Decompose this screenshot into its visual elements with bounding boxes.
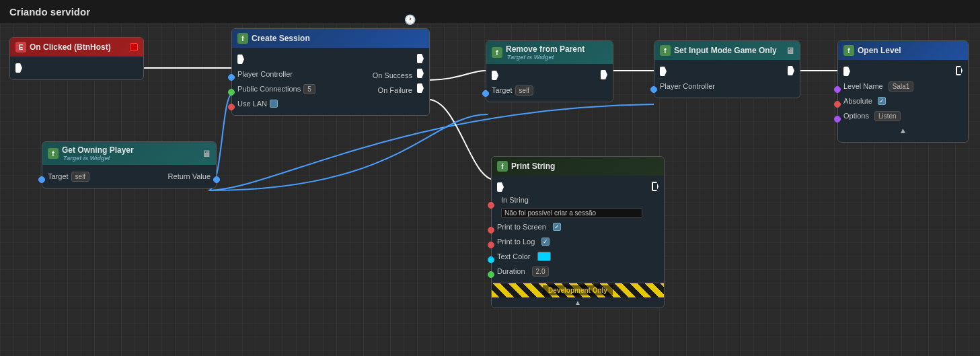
rfp-target-self-tag: self <box>515 85 534 96</box>
rfp-exec-row <box>486 68 613 83</box>
cs-public-connections-pin[interactable] <box>228 89 235 96</box>
ps-in-string-input[interactable]: Não foi possível criar a sessão <box>501 208 642 218</box>
ol-exec-out[interactable] <box>956 66 963 75</box>
cs-use-lan-row: Use LAN <box>232 96 429 111</box>
ps-print-log-row: Print to Log <box>492 234 664 249</box>
print-string-node: f Print String In String Não foi possíve… <box>491 156 665 308</box>
ol-absolute-label: Absolute <box>843 97 872 105</box>
cs-use-lan-checkbox[interactable] <box>270 100 278 108</box>
rfp-target-label: Target <box>492 86 513 94</box>
target-label: Target <box>48 172 69 180</box>
exec-out-pin[interactable] <box>15 63 22 73</box>
cs-on-failure-label: On Failure <box>378 86 412 94</box>
ol-level-name-pin[interactable] <box>834 86 841 93</box>
ol-exec-in[interactable] <box>843 67 850 76</box>
cs-use-lan-pin[interactable] <box>228 104 235 110</box>
on-clicked-body <box>10 57 143 79</box>
ps-header: f Print String <box>492 157 664 176</box>
get-owning-player-node: f Get Owning Player Target is Widget 🖥 T… <box>42 141 217 188</box>
get-owning-player-header: f Get Owning Player Target is Widget 🖥 <box>42 142 216 165</box>
ps-body: In String Não foi possível criar a sessã… <box>492 176 664 283</box>
event-icon: E <box>15 42 26 52</box>
ol-options-pin[interactable] <box>834 116 841 122</box>
ps-text-color-row: Text Color <box>492 249 664 264</box>
ps-text-color-pin[interactable] <box>488 256 494 263</box>
cs-on-failure-pin[interactable] <box>417 83 424 93</box>
ol-level-name-value: Sala1 <box>889 81 914 92</box>
rfp-exec-in[interactable] <box>492 71 498 80</box>
ol-expand-row: ▲ <box>838 123 968 138</box>
red-indicator <box>130 43 138 51</box>
rfp-title: Remove from Parent <box>506 44 585 54</box>
rfp-exec-out[interactable] <box>601 70 607 79</box>
ps-print-log-checkbox[interactable] <box>541 238 550 246</box>
ol-options-label: Options <box>843 112 869 120</box>
target-row: Target self Return Value <box>42 169 216 184</box>
rfp-header: f Remove from Parent Target is Widget <box>486 41 613 64</box>
monitor-icon: 🖥 <box>202 149 211 159</box>
open-level-node: f Open Level Level Name Sala1 Absolute O… <box>837 40 969 143</box>
ps-print-screen-row: Print to Screen <box>492 219 664 234</box>
rfp-body: Target self <box>486 64 613 102</box>
ol-header: f Open Level <box>838 41 968 60</box>
ps-in-string-label-row: In String <box>501 196 529 204</box>
ps-exec-out[interactable] <box>652 182 658 191</box>
sim-body: Player Controller <box>654 60 800 98</box>
create-session-title: Create Session <box>252 34 310 43</box>
sim-exec-row <box>654 64 800 79</box>
create-session-body: Player Controller On Success Public Conn… <box>232 48 429 115</box>
sim-player-controller-pin[interactable] <box>650 86 657 93</box>
rfp-name-block: Remove from Parent Target is Widget <box>506 44 585 61</box>
rfp-func-icon: f <box>492 47 502 58</box>
set-input-mode-node: f Set Input Mode Game Only 🖥 Player Cont… <box>654 40 800 98</box>
get-owning-player-subtitle: Target is Widget <box>63 155 134 162</box>
ps-in-string-pin[interactable] <box>488 202 494 209</box>
cs-player-controller-label: Player Controller <box>237 70 293 78</box>
dev-only-expand[interactable]: ▲ <box>492 297 664 308</box>
target-pin[interactable] <box>38 176 45 183</box>
sim-player-controller-row: Player Controller <box>654 79 800 94</box>
ol-level-name-row: Level Name Sala1 <box>838 79 968 94</box>
ps-print-screen-pin[interactable] <box>488 227 494 234</box>
cs-exec-out[interactable] <box>417 54 424 63</box>
cs-exec-row <box>232 52 429 67</box>
cs-on-success-label: On Success <box>373 71 412 79</box>
get-owning-player-title: Get Owning Player <box>62 145 134 155</box>
sim-func-icon: f <box>660 45 671 56</box>
ol-absolute-checkbox[interactable] <box>878 97 886 105</box>
ps-print-log-label: Print to Log <box>497 238 535 246</box>
create-session-header: f Create Session <box>232 29 429 48</box>
cs-public-connections-label: Public Connections <box>237 85 301 93</box>
sim-title: Set Input Mode Game Only <box>674 46 777 55</box>
ol-options-value: Listen <box>874 111 901 121</box>
page-title: Criando servidor <box>9 6 90 17</box>
ps-print-screen-checkbox[interactable] <box>553 223 561 231</box>
cs-on-success-pin[interactable] <box>417 69 424 78</box>
dev-only-banner: Development Only <box>492 283 664 297</box>
ps-exec-row <box>492 180 664 194</box>
sim-exec-in[interactable] <box>660 67 667 76</box>
ps-duration-value: 2.0 <box>532 266 550 277</box>
rfp-target-pin[interactable] <box>482 90 489 97</box>
cs-player-controller-row: Player Controller On Success <box>232 67 429 81</box>
ps-text-color-label: Text Color <box>497 252 531 260</box>
ps-duration-row: Duration 2.0 <box>492 264 664 279</box>
ps-exec-in[interactable] <box>497 182 504 192</box>
on-clicked-title: On Clicked (BtnHost) <box>30 42 111 52</box>
ol-expand-arrow[interactable]: ▲ <box>899 126 907 135</box>
ol-absolute-pin[interactable] <box>834 101 841 108</box>
rfp-target-row: Target self <box>486 83 613 98</box>
sim-exec-out[interactable] <box>788 66 794 75</box>
sim-monitor-icon: 🖥 <box>786 46 794 56</box>
ps-in-string-row: In String Não foi possível criar a sessã… <box>492 194 664 219</box>
ps-print-log-pin[interactable] <box>488 242 494 248</box>
return-value-pin[interactable] <box>213 176 220 183</box>
title-bar: Criando servidor <box>0 0 980 24</box>
ps-text-color-swatch[interactable] <box>537 252 551 261</box>
cs-player-controller-pin[interactable] <box>228 74 235 81</box>
on-clicked-exec-row <box>10 61 143 75</box>
ps-duration-pin[interactable] <box>488 271 494 278</box>
ol-func-icon: f <box>843 45 854 56</box>
cs-exec-in[interactable] <box>237 55 244 64</box>
create-session-node: 🕐 f Create Session Player Controller On … <box>231 28 430 116</box>
